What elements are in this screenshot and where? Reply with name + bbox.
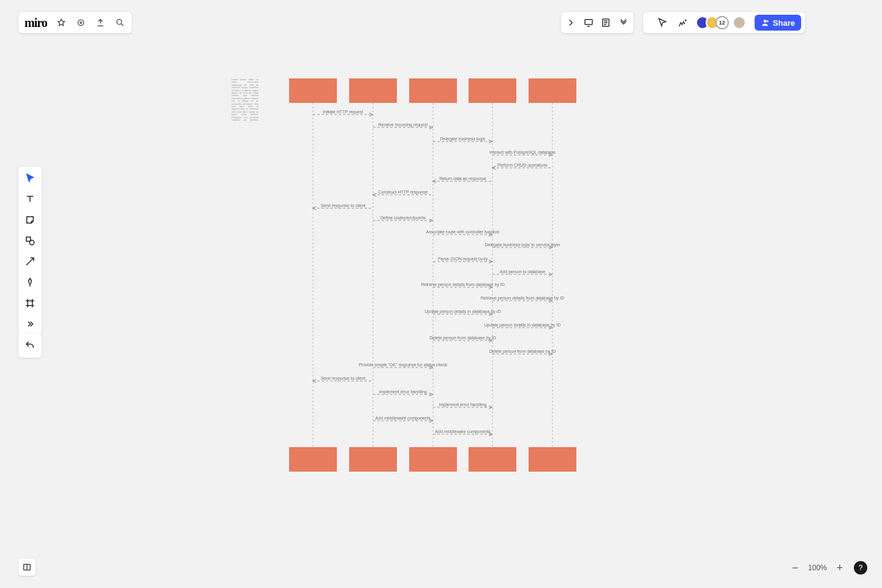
svg-rect-5 xyxy=(289,78,337,103)
settings-icon[interactable] xyxy=(75,17,86,28)
svg-point-71 xyxy=(29,240,34,245)
collaborator-avatars[interactable]: 12 xyxy=(696,16,746,29)
svg-point-66 xyxy=(80,22,81,24)
svg-text:Add middleware components: Add middleware components xyxy=(435,429,491,434)
svg-text:Return data as response: Return data as response xyxy=(439,176,486,181)
chevron-down-icon[interactable] xyxy=(617,15,630,31)
avatar-more-count[interactable]: 12 xyxy=(715,16,729,29)
svg-text:Associate route with controlle: Associate route with controller function xyxy=(426,230,500,234)
share-button[interactable]: Share xyxy=(755,15,801,31)
zoom-in-button[interactable]: + xyxy=(833,561,846,575)
zoom-value[interactable]: 100% xyxy=(805,564,829,572)
sequence-diagram: Initiate HTTP requestReceive incoming re… xyxy=(0,0,882,588)
svg-text:Initiate HTTP request: Initiate HTTP request xyxy=(323,110,363,115)
sticky-tool[interactable] xyxy=(22,212,38,228)
canvas[interactable]: Lorem ipsum dolor sit amet, consectetur … xyxy=(0,0,882,588)
app-logo: miro xyxy=(24,16,47,30)
arrow-tool[interactable] xyxy=(22,254,38,270)
svg-rect-68 xyxy=(585,20,592,24)
svg-text:Add person to database: Add person to database xyxy=(500,270,545,274)
svg-text:Construct HTTP response: Construct HTTP response xyxy=(379,190,428,195)
svg-text:Perform CRUD operations: Perform CRUD operations xyxy=(497,163,548,168)
svg-rect-6 xyxy=(289,447,337,472)
svg-text:Retrieve person details from d: Retrieve person details from database by… xyxy=(481,296,565,301)
svg-text:Delete person from database by: Delete person from database by ID xyxy=(489,349,556,354)
logo-bar: miro xyxy=(18,12,132,33)
svg-text:Update person details in datab: Update person details in database by ID xyxy=(424,309,501,314)
svg-text:Send response to client: Send response to client xyxy=(320,203,365,208)
left-toolbar xyxy=(18,167,42,336)
svg-rect-13 xyxy=(529,78,576,103)
svg-point-67 xyxy=(116,20,121,24)
top-actions-group xyxy=(561,12,633,33)
shapes-tool[interactable] xyxy=(22,233,38,249)
svg-rect-9 xyxy=(409,78,457,103)
export-icon[interactable] xyxy=(95,17,106,28)
svg-point-65 xyxy=(78,20,83,25)
svg-rect-7 xyxy=(349,78,397,103)
svg-text:Interact with PostgreSQL datab: Interact with PostgreSQL database xyxy=(489,150,556,155)
zoom-controls: − 100% + ? xyxy=(788,559,867,577)
svg-text:Delegate business logic: Delegate business logic xyxy=(440,137,486,141)
svg-rect-70 xyxy=(26,237,31,241)
svg-text:Delete person from database by: Delete person from database by ID xyxy=(429,336,496,341)
panel-toggle-button[interactable] xyxy=(18,559,36,576)
help-button[interactable]: ? xyxy=(854,561,867,575)
svg-text:Retrieve person details from d: Retrieve person details from database by… xyxy=(421,282,505,287)
svg-text:Receive incoming request: Receive incoming request xyxy=(379,123,428,127)
undo-button[interactable] xyxy=(18,333,42,358)
svg-text:Parse JSON request body: Parse JSON request body xyxy=(438,257,488,262)
svg-text:Define routes/endpoints: Define routes/endpoints xyxy=(380,216,426,221)
notes-icon[interactable] xyxy=(600,15,612,31)
star-icon[interactable] xyxy=(56,17,67,28)
svg-rect-8 xyxy=(349,447,397,472)
more-tools-icon[interactable] xyxy=(22,316,38,332)
svg-rect-11 xyxy=(469,78,516,103)
avatar[interactable] xyxy=(733,16,746,29)
zoom-out-button[interactable]: − xyxy=(788,561,802,575)
frame-tool[interactable] xyxy=(22,295,38,311)
svg-text:Provide simple "OK" response f: Provide simple "OK" response for status … xyxy=(359,363,448,368)
svg-rect-10 xyxy=(409,447,457,472)
svg-rect-12 xyxy=(469,447,516,472)
pen-tool[interactable] xyxy=(22,274,38,290)
search-icon[interactable] xyxy=(115,17,126,28)
chevron-right-icon[interactable] xyxy=(565,15,578,31)
svg-text:Update person details in datab: Update person details in database by ID xyxy=(484,323,561,328)
svg-text:Delegate business logic to ser: Delegate business logic to service layer xyxy=(485,243,561,247)
cursor-mode-icon[interactable] xyxy=(654,15,670,31)
present-icon[interactable] xyxy=(582,15,595,31)
text-tool[interactable] xyxy=(22,191,38,207)
select-tool[interactable] xyxy=(22,170,38,186)
reactions-icon[interactable] xyxy=(675,15,691,31)
svg-text:Implement error handling: Implement error handling xyxy=(439,402,487,407)
collaboration-group: 12 Share xyxy=(643,12,805,33)
svg-text:Send response to client: Send response to client xyxy=(320,376,365,381)
svg-rect-14 xyxy=(529,447,576,472)
share-label: Share xyxy=(773,18,795,28)
svg-text:Implement error handling: Implement error handling xyxy=(379,390,427,394)
svg-text:Add middleware components: Add middleware components xyxy=(375,416,431,421)
